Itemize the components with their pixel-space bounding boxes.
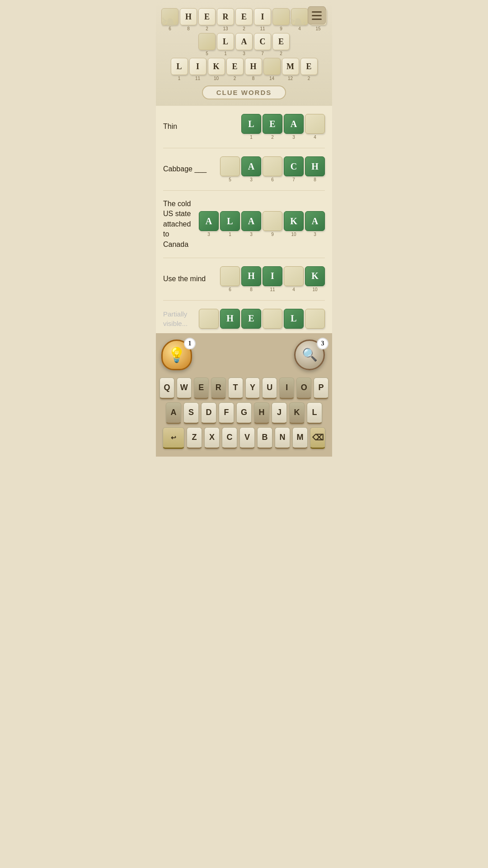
puzzle-tile[interactable]: E [300, 58, 318, 75]
key-T[interactable]: T [228, 377, 243, 399]
key-I[interactable]: I [279, 377, 294, 399]
tile-number: 14 [269, 76, 274, 81]
clue-tile[interactable]: I [263, 266, 282, 286]
clue-tile[interactable] [263, 309, 282, 329]
clue-row-cabbage: Cabbage ___ 5 A 3 6 C 7 H 8 [163, 148, 325, 191]
tile-number: 1 [224, 51, 227, 56]
key-F[interactable]: F [219, 402, 234, 424]
hint-magnify-button[interactable]: 🔍 3 [294, 340, 327, 372]
clue-tile[interactable]: A [241, 211, 261, 231]
key-C[interactable]: C [222, 427, 237, 449]
puzzle-row-3: L 1 I 11 K 10 E 2 H 8 14 M 12 E 2 [160, 58, 328, 81]
clue-row-thin: Thin L 1 E 2 A 3 4 [163, 106, 325, 148]
clue-text: The cold US state attached to Canada [163, 199, 194, 250]
clue-tile[interactable]: K [305, 266, 325, 286]
ctile-wrap: A 3 [284, 114, 304, 140]
puzzle-tile[interactable]: H [180, 8, 197, 25]
clue-tile[interactable] [220, 156, 240, 176]
clue-tiles: 5 A 3 6 C 7 H 8 [220, 156, 325, 182]
clue-tile[interactable]: A [305, 211, 325, 231]
hint-bulb-button[interactable]: 💡 1 [161, 340, 194, 372]
clue-tile[interactable]: H [220, 309, 240, 329]
key-backspace[interactable]: ⌫ [310, 427, 325, 449]
clue-tile[interactable]: E [241, 309, 261, 329]
key-J[interactable]: J [272, 402, 287, 424]
puzzle-tile[interactable]: R [217, 8, 234, 25]
clue-tile[interactable]: A [199, 211, 219, 231]
clue-tile[interactable] [305, 309, 325, 329]
key-P[interactable]: P [314, 377, 328, 399]
keyboard-row-1: Q W E R T Y U I O P [160, 377, 328, 399]
key-O[interactable]: O [296, 377, 311, 399]
tile-wrapper: H 8 [180, 8, 197, 31]
puzzle-tile[interactable]: C [254, 33, 271, 50]
clue-tile[interactable]: C [284, 156, 304, 176]
clue-row-partial: Partially visible... H E L [163, 301, 325, 333]
tile-number: 2 [280, 51, 282, 56]
clue-tile[interactable]: H [241, 266, 261, 286]
key-return[interactable]: ↩ [163, 427, 184, 449]
clue-words-banner: CLUE WORDS [160, 85, 328, 99]
clue-tile[interactable] [305, 114, 325, 134]
clue-tile[interactable]: L [241, 114, 261, 134]
puzzle-tile[interactable]: K [208, 58, 225, 75]
menu-button[interactable] [308, 6, 326, 24]
key-Z[interactable]: Z [187, 427, 202, 449]
clue-tile[interactable]: H [305, 156, 325, 176]
puzzle-tile[interactable]: E [198, 8, 216, 25]
puzzle-tile[interactable]: I [189, 58, 206, 75]
key-A[interactable]: A [166, 402, 181, 424]
key-X[interactable]: X [204, 427, 220, 449]
puzzle-row-2: 5 L 1 A 3 C 7 E 2 [160, 33, 328, 56]
clue-tile[interactable]: K [284, 211, 304, 231]
key-W[interactable]: W [177, 377, 192, 399]
key-E[interactable]: E [194, 377, 209, 399]
key-V[interactable]: V [239, 427, 255, 449]
key-Y[interactable]: Y [245, 377, 260, 399]
clue-tile[interactable] [284, 266, 304, 286]
key-M[interactable]: M [292, 427, 308, 449]
puzzle-tile[interactable]: L [217, 33, 234, 50]
key-D[interactable]: D [201, 402, 216, 424]
clue-tile[interactable]: A [284, 114, 304, 134]
puzzle-tile[interactable]: I [254, 8, 271, 25]
puzzle-row-1: 6 H 8 E 2 R 13 E 2 I 11 9 4 [160, 8, 328, 31]
key-H[interactable]: H [254, 402, 269, 424]
tile-number: 8 [187, 26, 190, 31]
ctile-wrap: L 1 [241, 114, 261, 140]
clue-tile[interactable] [199, 309, 219, 329]
key-U[interactable]: U [262, 377, 277, 399]
tile-number: 5 [206, 51, 208, 56]
key-R[interactable]: R [211, 377, 226, 399]
puzzle-tile[interactable]: A [235, 33, 253, 50]
key-K[interactable]: K [289, 402, 305, 424]
key-N[interactable]: N [275, 427, 290, 449]
keyboard-row-3: ↩ Z X C V B N M ⌫ [160, 427, 328, 449]
puzzle-tile[interactable]: E [226, 58, 244, 75]
key-Q[interactable]: Q [160, 377, 174, 399]
clue-tile[interactable] [263, 156, 282, 176]
puzzle-tile[interactable] [198, 33, 216, 50]
clue-tile[interactable]: L [284, 309, 304, 329]
key-G[interactable]: G [236, 402, 252, 424]
key-S[interactable]: S [183, 402, 199, 424]
puzzle-tile[interactable]: E [235, 8, 253, 25]
clue-tile[interactable] [263, 211, 282, 231]
puzzle-tile[interactable] [272, 8, 290, 25]
key-L[interactable]: L [307, 402, 322, 424]
clue-text: Partially visible... [163, 309, 194, 328]
puzzle-tile[interactable]: L [171, 58, 188, 75]
clue-tile[interactable]: L [220, 211, 240, 231]
clue-tile[interactable]: E [263, 114, 282, 134]
clue-text: Use the mind [163, 274, 216, 284]
puzzle-tile[interactable]: M [282, 58, 299, 75]
clue-tile[interactable]: A [241, 156, 261, 176]
clue-tile[interactable] [220, 266, 240, 286]
key-B[interactable]: B [257, 427, 272, 449]
puzzle-tile[interactable]: E [272, 33, 290, 50]
puzzle-tile[interactable] [263, 58, 281, 75]
puzzle-tile[interactable] [291, 8, 308, 25]
puzzle-tile[interactable]: H [245, 58, 262, 75]
puzzle-tile[interactable] [161, 8, 178, 25]
tile-number: 8 [252, 76, 255, 81]
